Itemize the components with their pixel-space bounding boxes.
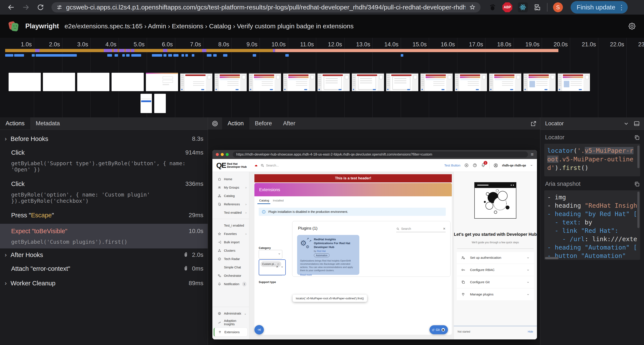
forward-icon[interactable] <box>19 1 32 14</box>
film-strip-thumbnail[interactable] <box>386 73 418 91</box>
sidebar-item-notifications[interactable]: Notifications1 <box>212 280 249 288</box>
film-strip-thumbnail[interactable] <box>455 73 487 91</box>
film-strip-thumbnail[interactable] <box>146 73 178 91</box>
get-started-item-configure-git[interactable]: Configure Git <box>457 276 534 288</box>
tab-installed[interactable]: Installed <box>273 199 284 202</box>
expand-chevron-icon[interactable]: › <box>5 280 7 287</box>
browser-menu-icon[interactable]: ⋮ <box>618 4 625 11</box>
read-more-link[interactable]: Read more <box>300 274 356 276</box>
action-row[interactable]: Attach "error-context"0ms <box>0 261 208 277</box>
action-group-row[interactable]: ›After Hooks2.0s <box>0 249 208 261</box>
sidebar-item-home[interactable]: Home <box>212 175 249 183</box>
profile-chevron-icon[interactable] <box>530 164 533 167</box>
support-type-select[interactable]: Custom pl... ✕ <box>259 260 286 275</box>
tab-before[interactable]: Before <box>249 117 278 130</box>
film-strip-thumbnail[interactable] <box>352 73 384 91</box>
sidebar-item-clusters[interactable]: Clusters <box>212 246 249 255</box>
git-feedback-button[interactable]: Git <box>430 325 448 334</box>
action-row[interactable]: Expect "toBeVisible"10.0sgetByLabel('Cus… <box>0 224 208 248</box>
address-bar[interactable]: gcsweb-ci.apps.ci.l2s4.p1.openshiftapps.… <box>52 2 480 12</box>
get-started-item-manage-plugins[interactable]: Manage plugins <box>457 288 534 300</box>
expand-chevron-icon[interactable]: › <box>5 136 7 142</box>
get-started-item-configure-rbac[interactable]: Configure RBAC <box>457 264 534 276</box>
tab-catalog[interactable]: Catalog <box>259 199 269 202</box>
film-strip-thumbnail[interactable] <box>524 73 556 91</box>
film-strip-thumbnail[interactable] <box>43 73 75 91</box>
timeline[interactable]: 1.0s2.0s3.0s4.0s5.0s6.0s7.0s8.0s9.0s10.0… <box>0 38 644 118</box>
sidebar-item-test-i-enabled[interactable]: Test_i enabled <box>212 221 249 230</box>
expand-chevron-icon[interactable]: › <box>5 252 7 258</box>
category-select[interactable] <box>259 250 282 258</box>
sidebar-item-extensions[interactable]: Extensions <box>214 328 247 336</box>
floating-import-button[interactable] <box>254 325 264 334</box>
create-icon[interactable] <box>464 163 469 168</box>
tab-metadata[interactable]: Metadata <box>30 117 66 130</box>
film-strip-thumbnail[interactable] <box>8 73 41 91</box>
locator-code[interactable]: locator('.v5-MuiPaper-root.v5-MuiPaper-o… <box>544 144 640 176</box>
sidebar-item-references[interactable]: References› <box>212 200 249 208</box>
film-strip-thumbnail[interactable] <box>249 73 281 91</box>
chevron-down-icon[interactable] <box>526 281 530 284</box>
chevron-down-icon[interactable] <box>526 256 530 260</box>
sidebar-item-my-groups[interactable]: My Groups› <box>212 183 249 192</box>
react-devtools-icon[interactable] <box>518 2 528 12</box>
test-button[interactable]: Test Button <box>444 164 460 167</box>
scrollbar-thumb[interactable] <box>637 192 640 228</box>
open-snapshot-external-icon[interactable] <box>527 117 540 130</box>
film-strip-thumbnail[interactable] <box>140 94 152 113</box>
scrollbar-thumb[interactable] <box>637 146 640 168</box>
plugin-tile-highlighted[interactable]: ⚙⚙ ↗↗ RedHat Insights Optimizations For … <box>297 235 359 275</box>
scrollbar-thumb-horizontal[interactable] <box>545 257 558 259</box>
plugins-search-clear-icon[interactable]: ✕ <box>443 227 446 230</box>
copy-icon[interactable] <box>634 181 640 187</box>
site-settings-icon[interactable] <box>56 4 63 10</box>
bookmark-star-icon[interactable] <box>469 4 476 11</box>
red-hat-link[interactable]: Red Hat <box>317 250 326 252</box>
window-maximize-icon[interactable] <box>226 153 229 156</box>
gnome-foot-icon[interactable] <box>488 3 497 12</box>
collapse-chevron-icon[interactable] <box>623 120 630 127</box>
film-strip-thumbnail[interactable] <box>318 73 350 91</box>
extensions-puzzle-icon[interactable] <box>533 3 542 11</box>
window-close-icon[interactable] <box>216 153 219 156</box>
copy-icon[interactable] <box>634 134 640 141</box>
sidebar-item-administration[interactable]: Administration⌄ <box>212 309 249 318</box>
sidebar-item-adoption-insights[interactable]: Adoption Insights <box>212 318 249 328</box>
search-placeholder[interactable]: Search... <box>266 164 279 167</box>
settings-gear-icon[interactable] <box>627 22 637 31</box>
panel-layout-icon[interactable] <box>633 120 640 127</box>
action-row[interactable]: Press "Escape"29ms <box>0 208 208 223</box>
film-strip-thumbnail[interactable] <box>77 73 110 91</box>
profile-avatar[interactable]: S <box>553 2 563 12</box>
profile-name[interactable]: rhdh-qe rhdh-qe <box>502 164 526 167</box>
get-started-hide-link[interactable]: Hide <box>528 330 533 333</box>
sidebar-item-orchestrator[interactable]: Orchestrator <box>212 272 249 280</box>
profile-icon[interactable] <box>494 163 498 168</box>
window-minimize-icon[interactable] <box>221 153 224 156</box>
film-strip-thumbnail[interactable] <box>283 73 315 91</box>
sidebar-item-test-enabled[interactable]: Test enabled› <box>212 208 249 217</box>
sidebar-item-tech-radar[interactable]: Tech Radar <box>212 255 249 263</box>
clear-filter-icon[interactable]: ✕ <box>276 265 278 268</box>
back-icon[interactable] <box>5 1 18 14</box>
action-group-row[interactable]: ›Before Hooks8.3s <box>0 133 208 145</box>
film-strip-thumbnail[interactable] <box>420 73 453 91</box>
film-strip-thumbnail[interactable] <box>214 73 247 91</box>
action-row[interactable]: Click336msgetByRole('option', { name: 'C… <box>0 176 208 208</box>
aria-snapshot-code[interactable]: - img- heading "RedHat Insights- heading… <box>544 190 640 260</box>
tab-action[interactable]: Action <box>222 117 249 130</box>
action-group-row[interactable]: ›Worker Cleanup89ms <box>0 277 208 289</box>
finish-update-button[interactable]: Finish update ⋮ <box>571 1 628 14</box>
film-strip-thumbnail[interactable] <box>180 73 212 91</box>
tab-actions[interactable]: Actions <box>0 117 30 130</box>
film-strip-thumbnail[interactable] <box>154 94 166 113</box>
url-text[interactable]: gcsweb-ci.apps.ci.l2s4.p1.openshiftapps.… <box>66 4 466 11</box>
adblock-plus-icon[interactable]: ABP <box>502 2 512 12</box>
action-row[interactable]: Click914msgetByLabel('Support type').get… <box>0 145 208 176</box>
film-strip-thumbnail[interactable] <box>112 73 144 91</box>
tab-after[interactable]: After <box>278 117 301 130</box>
sidebar-item-simple-chat[interactable]: Simple Chat <box>212 263 249 272</box>
plugins-search[interactable]: Search ✕ <box>396 226 446 232</box>
film-strip-thumbnail[interactable] <box>489 73 521 91</box>
support-chevron-icon[interactable] <box>280 266 284 268</box>
